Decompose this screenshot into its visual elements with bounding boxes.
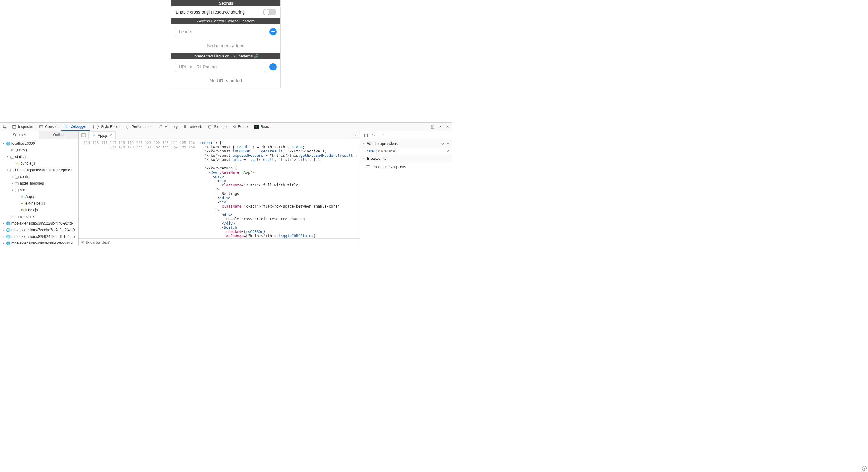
tree-item[interactable]: ▾src <box>0 187 78 193</box>
tree-item[interactable]: JSindex.js <box>0 207 78 213</box>
tab-sources[interactable]: Sources <box>0 131 39 139</box>
tree-label: moz-extension://7eaebd7e-7d0c-2f4e-9 <box>11 228 75 232</box>
tab-storage[interactable]: Storage <box>205 122 229 131</box>
tab-memory[interactable]: Memory <box>155 122 181 131</box>
editor-tab-label: App.js <box>98 134 108 138</box>
tree-item[interactable]: ▾Users/raghudevan.shankar/repos/cor <box>0 167 78 173</box>
tab-console[interactable]: Console <box>36 122 61 131</box>
svg-line-7 <box>128 126 128 127</box>
refresh-watch-icon[interactable]: ⟳ <box>441 142 444 146</box>
tab-style-editor[interactable]: { }Style Editor <box>90 122 123 131</box>
urls-title: Intercepted URLs or URL patterns🔗 <box>172 53 280 59</box>
globe-icon <box>6 228 10 232</box>
file-icon <box>10 148 14 152</box>
devtools-panel: InspectorConsoleDebugger{ }Style EditorP… <box>0 122 452 246</box>
step-out-icon[interactable]: ↑ <box>383 133 385 137</box>
folder-icon <box>15 189 19 192</box>
svg-rect-4 <box>65 125 68 128</box>
tree-item[interactable]: App.js <box>0 193 78 200</box>
code-area[interactable]: 114 115 116 117 118 119 120 121 122 123 … <box>79 140 360 238</box>
kebab-menu-icon[interactable]: ⋯ <box>438 124 443 129</box>
tree-label: webpack <box>20 214 34 219</box>
watch-expressions-header[interactable]: ▾ Watch expressions ⟳ ＋ <box>360 140 452 148</box>
svg-rect-8 <box>159 125 162 128</box>
tab-debugger[interactable]: Debugger <box>61 122 90 131</box>
tree-item[interactable]: ▸moz-extension://3895228b-f440-924d- <box>0 220 78 227</box>
folder-icon <box>10 169 14 172</box>
tree-label: App.js <box>25 195 35 199</box>
debugger-controls: ❚❚ ↷ ↓ ↑ <box>360 131 452 140</box>
tree-item[interactable]: JSext-helper.js <box>0 200 78 207</box>
watch-item[interactable]: data: (unavailable) ✕ <box>360 148 452 155</box>
tree-item[interactable]: ▸webpack <box>0 213 78 220</box>
tree-label: src <box>20 188 25 192</box>
no-headers-text: No headers added <box>172 39 280 53</box>
tree-label: config <box>20 175 30 179</box>
tree-item[interactable]: ▾static/js <box>0 153 78 160</box>
add-header-button[interactable] <box>270 28 277 35</box>
collapse-sidebar-icon[interactable] <box>80 131 87 139</box>
breakpoints-header[interactable]: ▾ Breakpoints <box>360 155 452 163</box>
tree-label: localhost:3000 <box>11 141 35 146</box>
expose-headers-title: Access-Control-Expose-Headers <box>172 18 280 24</box>
tab-redux[interactable]: ⟲Redux <box>229 122 251 131</box>
remove-watch-icon[interactable]: ✕ <box>446 149 449 153</box>
watch-item-value: (unavailable) <box>376 149 397 153</box>
eye-icon[interactable] <box>81 240 84 244</box>
source-tree[interactable]: ▾localhost:3000(index)▾static/jsJSbundle… <box>0 139 78 246</box>
tree-item[interactable]: ▸moz-extension://82592412-bfc9-1d4d-b <box>0 233 78 240</box>
editor-footer: (From bundle.js) <box>79 238 360 246</box>
debugger-side-pane: ❚❚ ↷ ↓ ↑ ▾ Watch expressions ⟳ ＋ data: (… <box>360 131 452 246</box>
react-icon <box>20 195 24 199</box>
tab-network[interactable]: ⇅Network <box>181 122 205 131</box>
tree-item[interactable]: ▸config <box>0 173 78 180</box>
step-over-icon[interactable]: ↷ <box>372 133 375 137</box>
svg-rect-14 <box>433 126 435 128</box>
add-url-button[interactable] <box>270 63 277 70</box>
url-input[interactable] <box>175 62 266 72</box>
close-tab-icon[interactable]: ✕ <box>110 134 112 137</box>
editor-pane: App.js ✕ ▷ 114 115 116 117 118 119 120 1… <box>79 131 360 246</box>
tree-item[interactable]: ▾localhost:3000 <box>0 140 78 147</box>
watch-expressions-label: Watch expressions <box>367 142 398 146</box>
watch-item-name: data <box>367 149 373 153</box>
cors-toggle[interactable] <box>263 9 276 16</box>
step-in-icon[interactable]: ↓ <box>378 133 380 137</box>
cors-row: Enable cross-origin resource sharing <box>172 6 280 18</box>
editor-tab-app-js[interactable]: App.js ✕ <box>88 131 116 140</box>
globe-icon <box>6 235 10 239</box>
add-watch-icon[interactable]: ＋ <box>446 141 450 146</box>
pause-on-exceptions-checkbox[interactable] <box>366 165 370 169</box>
pause-on-exceptions-label: Pause on exceptions <box>372 165 406 169</box>
code-content[interactable]: render() { "k-kw">const { result } = "k-… <box>197 140 360 238</box>
header-input[interactable] <box>175 27 266 37</box>
tree-item[interactable]: JSbundle.js <box>0 160 78 167</box>
line-gutter: 114 115 116 117 118 119 120 121 122 123 … <box>79 140 197 238</box>
tree-item[interactable]: ▸moz-extension://7eaebd7e-7d0c-2f4e-9 <box>0 227 78 233</box>
tab-outline[interactable]: Outline <box>39 131 78 139</box>
js-icon: JS <box>20 201 24 205</box>
folder-icon <box>15 216 19 218</box>
editor-tabs: App.js ✕ ▷ <box>79 131 360 140</box>
devtools-body: Sources Outline ▾localhost:3000(index)▾s… <box>0 131 452 246</box>
tree-label: (index) <box>16 148 27 152</box>
sources-pane: Sources Outline ▾localhost:3000(index)▾s… <box>0 131 79 246</box>
svg-point-12 <box>209 125 211 126</box>
pause-on-exceptions-row[interactable]: Pause on exceptions <box>360 163 452 172</box>
settings-title: Settings <box>172 0 280 6</box>
svg-rect-15 <box>82 134 85 137</box>
tab-performance[interactable]: Performance <box>123 122 155 131</box>
tree-item[interactable]: ▸node_modules <box>0 180 78 187</box>
pause-icon[interactable]: ❚❚ <box>363 133 369 137</box>
close-devtools-icon[interactable]: ✕ <box>445 124 450 129</box>
element-picker-icon[interactable] <box>2 123 8 130</box>
devtools-toolbar: InspectorConsoleDebugger{ }Style EditorP… <box>0 122 452 131</box>
run-to-icon[interactable]: ▷ <box>352 132 357 138</box>
tree-item[interactable]: (index) <box>0 147 78 153</box>
tab-react[interactable]: ⚛React <box>251 122 273 131</box>
tree-label: bundle.js <box>21 161 35 166</box>
responsive-mode-icon[interactable] <box>430 124 436 129</box>
tab-inspector[interactable]: Inspector <box>9 122 36 131</box>
tree-label: static/js <box>15 155 27 159</box>
tree-item[interactable]: ▸moz-extension://c0d06008-0cff-924f-9 <box>0 240 78 246</box>
